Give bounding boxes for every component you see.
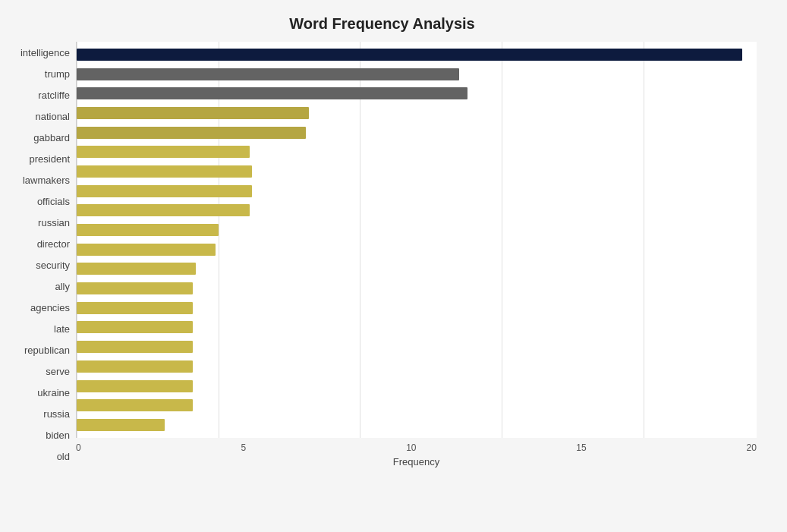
x-tick: 5 — [241, 442, 247, 453]
bars-and-axes: 05101520 Frequency — [76, 42, 757, 467]
y-label: serve — [46, 364, 70, 380]
bar-row — [77, 47, 757, 62]
bar-row — [77, 398, 757, 413]
bar-row — [77, 203, 757, 218]
bar — [77, 419, 165, 431]
y-label: officials — [37, 193, 70, 209]
y-label: lawmakers — [23, 172, 70, 188]
bar-row — [77, 301, 757, 316]
bar-row — [77, 184, 757, 199]
y-label: ukraine — [37, 385, 70, 401]
bar — [77, 244, 216, 256]
y-axis-labels: intelligencetrumpratcliffenationalgabbar… — [8, 42, 76, 467]
bar — [77, 68, 459, 80]
y-label: biden — [46, 427, 70, 444]
bar-row — [77, 339, 757, 354]
bar-row — [77, 86, 757, 101]
y-label: director — [37, 235, 70, 252]
y-label: agencies — [30, 300, 70, 316]
bar-row — [77, 379, 757, 394]
y-label: trump — [45, 65, 70, 82]
bar — [77, 224, 219, 236]
bar — [77, 360, 193, 373]
y-label: ratcliffe — [38, 87, 70, 103]
bar — [77, 146, 250, 158]
bar-row — [77, 320, 757, 335]
y-label: russian — [38, 214, 70, 231]
bar — [77, 165, 252, 178]
x-tick: 20 — [747, 442, 757, 453]
bar — [77, 399, 193, 411]
y-label: intelligence — [20, 44, 70, 61]
x-tick: 10 — [406, 442, 416, 453]
bar — [77, 107, 309, 119]
bars-wrapper — [77, 42, 757, 438]
chart-area: intelligencetrumpratcliffenationalgabbar… — [8, 42, 757, 467]
bar — [77, 380, 193, 392]
bar — [77, 204, 250, 216]
bar — [77, 87, 467, 99]
bar-row — [77, 222, 757, 238]
bar-row — [77, 164, 757, 179]
bar — [77, 302, 193, 314]
x-axis-label: Frequency — [76, 456, 757, 467]
bar-row — [77, 125, 757, 140]
y-label: national — [35, 108, 70, 124]
bar-row — [77, 417, 757, 433]
y-label: president — [30, 150, 70, 167]
grid-and-bars — [76, 42, 757, 438]
bar — [77, 127, 306, 139]
bar-row — [77, 261, 757, 276]
bar-row — [77, 144, 757, 159]
y-label: republican — [24, 342, 70, 359]
y-label: gabbard — [33, 129, 70, 146]
bar-row — [77, 359, 757, 374]
y-label: security — [36, 257, 70, 273]
x-tick: 15 — [576, 442, 586, 453]
x-axis: 05101520 — [76, 438, 757, 453]
y-label: old — [57, 449, 70, 465]
bar — [77, 49, 742, 61]
bar — [77, 185, 252, 197]
chart-title: Word Frequency Analysis — [8, 15, 757, 33]
x-tick: 0 — [76, 442, 81, 453]
bar-row — [77, 281, 757, 296]
bar — [77, 341, 193, 353]
bar — [77, 263, 196, 275]
bar-row — [77, 242, 757, 257]
y-label: russia — [43, 406, 70, 423]
bar-row — [77, 67, 757, 82]
bar-row — [77, 105, 757, 121]
y-label: late — [54, 321, 70, 338]
bar — [77, 282, 193, 294]
y-label: ally — [55, 279, 70, 295]
chart-container: Word Frequency Analysis intelligencetrum… — [0, 0, 787, 532]
bar — [77, 321, 193, 333]
